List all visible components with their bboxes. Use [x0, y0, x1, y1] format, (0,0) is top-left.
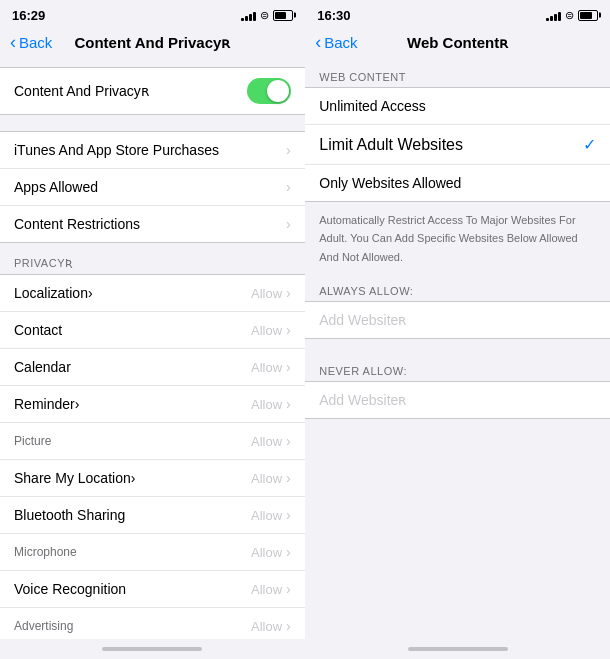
list-item[interactable]: Advertising Allow ›: [0, 608, 305, 639]
list-item[interactable]: Content Restrictions ›: [0, 206, 305, 242]
right-nav-bar: ‹ Back Web Contentʀ: [305, 28, 610, 59]
add-website-always-text: Add Websiteʀ: [319, 312, 406, 328]
signal-icon: [241, 10, 256, 21]
list-item[interactable]: Apps Allowed ›: [0, 169, 305, 206]
toggle-label: Content And Privacyʀ: [14, 83, 149, 99]
allow-right: Allow ›: [251, 322, 291, 338]
list-item[interactable]: Picture Allow ›: [0, 423, 305, 460]
allow-right: Allow ›: [251, 359, 291, 375]
list-item[interactable]: Reminder› Allow ›: [0, 386, 305, 423]
description-box: Automatically Restrict Access To Major W…: [305, 202, 610, 275]
privacy-items-group: Localization› Allow › Contact Allow › Ca…: [0, 274, 305, 639]
chevron-left-icon: ‹: [10, 32, 16, 53]
left-time: 16:29: [12, 8, 45, 23]
allow-right: Allow ›: [251, 618, 291, 634]
limit-adult-label: Limit Adult Websites: [319, 136, 463, 154]
chevron-right-icon: ›: [286, 142, 291, 158]
chevron-right-icon: ›: [286, 433, 291, 449]
content-restrictions-label: Content Restrictions: [14, 216, 140, 232]
right-panel: 16:30 ⊜ ‹ Back Web Contentʀ WEB CONTENT: [305, 0, 610, 659]
list-item[interactable]: Share My Location› Allow ›: [0, 460, 305, 497]
right-back-button[interactable]: ‹ Back: [315, 32, 357, 53]
list-item[interactable]: Contact Allow ›: [0, 312, 305, 349]
right-nav-title: Web Contentʀ: [407, 34, 508, 52]
add-website-never-row[interactable]: Add Websiteʀ: [305, 381, 610, 419]
chevron-right-icon: ›: [286, 322, 291, 338]
left-nav-bar: ‹ Back Content And Privacyʀ: [0, 28, 305, 59]
allow-right: Allow ›: [251, 433, 291, 449]
allow-right: Allow ›: [251, 544, 291, 560]
chevron-right-icon: ›: [286, 544, 291, 560]
left-status-bar: 16:29 ⊜: [0, 0, 305, 28]
allow-text: Allow: [251, 471, 282, 486]
left-panel: 16:29 ⊜ ‹ Back Content And Privacyʀ Cont…: [0, 0, 305, 659]
list-item[interactable]: Localization› Allow ›: [0, 275, 305, 312]
bluetooth-label: Bluetooth Sharing: [14, 507, 125, 523]
allow-text: Allow: [251, 434, 282, 449]
apps-allowed-label: Apps Allowed: [14, 179, 98, 195]
allow-text: Allow: [251, 323, 282, 338]
allow-right: Allow ›: [251, 396, 291, 412]
checkmark-icon: ✓: [583, 135, 596, 154]
right-time: 16:30: [317, 8, 350, 23]
list-item[interactable]: Calendar Allow ›: [0, 349, 305, 386]
web-content-header: WEB CONTENT: [305, 59, 610, 87]
privacy-section-header: PRIVACYʀ: [0, 243, 305, 274]
contact-label: Contact: [14, 322, 62, 338]
chevron-right-icon: ›: [286, 581, 291, 597]
right-bottom-bar: [305, 639, 610, 659]
battery-icon: [578, 10, 598, 21]
toggle-knob: [267, 80, 289, 102]
chevron-right-icon: ›: [286, 618, 291, 634]
add-website-always-row[interactable]: Add Websiteʀ: [305, 301, 610, 339]
localization-label: Localization›: [14, 285, 93, 301]
chevron-right-icon: ›: [286, 285, 291, 301]
unlimited-access-label: Unlimited Access: [319, 98, 426, 114]
left-panel-content: Content And Privacyʀ iTunes And App Stor…: [0, 59, 305, 639]
picture-label: Picture: [14, 434, 51, 448]
allow-text: Allow: [251, 397, 282, 412]
left-back-button[interactable]: ‹ Back: [10, 32, 52, 53]
allow-text: Allow: [251, 619, 282, 634]
content-privacy-toggle[interactable]: [247, 78, 291, 104]
chevron-right-icon: ›: [286, 179, 291, 195]
right-back-label[interactable]: Back: [324, 34, 357, 51]
left-back-label[interactable]: Back: [19, 34, 52, 51]
itunes-purchases-label: iTunes And App Store Purchases: [14, 142, 219, 158]
always-allow-header: ALWAYS ALLOW:: [305, 275, 610, 301]
option-limit-adult[interactable]: Limit Adult Websites ✓: [305, 125, 610, 165]
right-status-icons: ⊜: [546, 9, 598, 22]
allow-right: Allow ›: [251, 581, 291, 597]
chevron-right-icon: ›: [286, 396, 291, 412]
left-bottom-bar: [0, 639, 305, 659]
wifi-icon: ⊜: [260, 9, 269, 22]
chevron-right-icon: ›: [286, 359, 291, 375]
option-only-allowed[interactable]: Only Websites Allowed: [305, 165, 610, 202]
allow-right: Allow ›: [251, 507, 291, 523]
only-websites-label: Only Websites Allowed: [319, 175, 461, 191]
share-location-label: Share My Location›: [14, 470, 135, 486]
allow-right: Allow ›: [251, 470, 291, 486]
main-menu-group: iTunes And App Store Purchases › Apps Al…: [0, 131, 305, 243]
allow-text: Allow: [251, 286, 282, 301]
add-website-never-text: Add Websiteʀ: [319, 392, 406, 408]
advertising-label: Advertising: [14, 619, 73, 633]
allow-text: Allow: [251, 545, 282, 560]
option-unlimited[interactable]: Unlimited Access: [305, 87, 610, 125]
web-content-options: Unlimited Access Limit Adult Websites ✓ …: [305, 87, 610, 202]
content-privacy-toggle-row: Content And Privacyʀ: [0, 67, 305, 115]
chevron-right-icon: ›: [286, 507, 291, 523]
left-nav-title: Content And Privacyʀ: [74, 34, 230, 52]
list-item[interactable]: iTunes And App Store Purchases ›: [0, 132, 305, 169]
allow-text: Allow: [251, 508, 282, 523]
home-indicator: [408, 647, 508, 651]
battery-icon: [273, 10, 293, 21]
calendar-label: Calendar: [14, 359, 71, 375]
allow-text: Allow: [251, 360, 282, 375]
list-item[interactable]: Bluetooth Sharing Allow ›: [0, 497, 305, 534]
microphone-label: Microphone: [14, 545, 77, 559]
chevron-right-icon: ›: [286, 470, 291, 486]
list-item[interactable]: Voice Recognition Allow ›: [0, 571, 305, 608]
list-item[interactable]: Microphone Allow ›: [0, 534, 305, 571]
left-status-icons: ⊜: [241, 9, 293, 22]
